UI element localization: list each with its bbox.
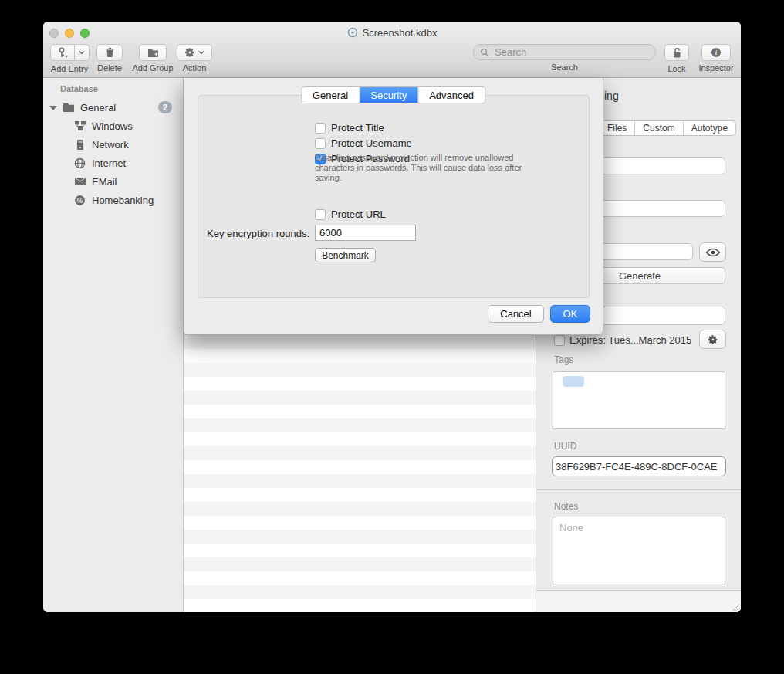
ok-button[interactable]: OK [550, 305, 590, 323]
add-entry-button[interactable] [50, 44, 75, 61]
disclosure-triangle-icon[interactable] [49, 106, 57, 110]
sidebar-item-general[interactable]: General [49, 101, 116, 114]
password-protection-warning: Disabling password protection will remov… [315, 153, 549, 183]
inspector-button[interactable]: i [701, 44, 731, 61]
protect-url-row: Protect URL [315, 208, 386, 220]
tab-general[interactable]: General [302, 87, 360, 103]
delete-label: Delete [93, 63, 127, 73]
protect-username-row: Protect Username [315, 137, 412, 149]
notes-placeholder: None [559, 522, 583, 533]
sidebar-item-windows[interactable]: Windows [74, 120, 133, 133]
tags-box[interactable] [553, 371, 725, 429]
envelope-icon [74, 176, 86, 188]
sidebar: Database General 2 Windows Network [43, 78, 183, 612]
add-entry-label: Add Entry [48, 64, 91, 73]
tab-advanced[interactable]: Advanced [418, 87, 485, 103]
window-title-area: Screenshot.kdbx [43, 22, 741, 43]
sidebar-item-email[interactable]: EMail [74, 175, 117, 188]
search-input[interactable] [493, 46, 649, 59]
expires-options-button[interactable] [699, 330, 726, 349]
window-title: Screenshot.kdbx [363, 27, 438, 39]
chevron-down-icon [198, 50, 204, 55]
percent-icon: % [74, 195, 86, 207]
inspector-toolitem: i Inspector [695, 44, 737, 73]
lock-toolitem: Lock [662, 44, 691, 73]
folder-plus-icon [147, 48, 159, 58]
notes-field[interactable]: None [553, 517, 725, 584]
sidebar-section-header: Database [60, 84, 98, 93]
titlebar[interactable]: Screenshot.kdbx [43, 22, 741, 43]
sidebar-item-label: Homebanking [92, 195, 154, 206]
tags-label: Tags [554, 354, 573, 365]
cancel-button[interactable]: Cancel [488, 305, 544, 323]
protect-username-checkbox[interactable] [315, 138, 326, 149]
lock-button[interactable] [664, 44, 689, 61]
delete-button[interactable] [96, 44, 123, 61]
delete-toolitem: Delete [93, 44, 127, 73]
trash-icon [105, 47, 115, 58]
action-button[interactable] [177, 44, 212, 61]
key-plus-icon [57, 47, 68, 59]
security-groupbox [198, 95, 590, 298]
uuid-field[interactable]: 38F629B7-FC4E-489C-8DCF-0CAE [552, 456, 726, 476]
search-toolitem: Search [473, 44, 656, 72]
entry-list-rows[interactable] [184, 335, 536, 612]
expires-row: Expires: Tues...March 2015 [554, 334, 691, 346]
info-circle-icon: i [711, 47, 721, 58]
expires-checkbox[interactable] [554, 335, 565, 346]
gear-icon [708, 334, 718, 345]
search-icon [480, 48, 489, 57]
section-divider [536, 489, 741, 490]
add-entry-toolitem: Add Entry [48, 44, 91, 73]
notes-label: Notes [554, 501, 578, 512]
add-group-toolitem: Add Group [128, 44, 177, 73]
app-window: Screenshot.kdbx Add Entry [43, 22, 741, 612]
svg-text:%: % [77, 196, 83, 204]
content-area: Database General 2 Windows Network [43, 78, 741, 612]
resize-grip[interactable] [732, 604, 740, 611]
sidebar-item-label: Internet [92, 157, 126, 169]
action-label: Action [176, 63, 213, 73]
protect-url-checkbox[interactable] [315, 209, 326, 220]
document-proxy-icon [347, 27, 358, 38]
tab-autotype[interactable]: Autotype [684, 121, 735, 135]
benchmark-button[interactable]: Benchmark [315, 248, 376, 262]
add-entry-dropdown-button[interactable] [75, 44, 90, 61]
tab-custom[interactable]: Custom [635, 121, 683, 135]
tab-files[interactable]: Files [600, 121, 635, 135]
show-password-button[interactable] [699, 242, 726, 262]
key-encryption-rounds-label: Key encryption rounds: [184, 228, 309, 239]
chevron-down-icon [79, 50, 85, 55]
search-field[interactable] [473, 44, 656, 60]
windows-icon [74, 120, 86, 133]
window-chrome: Screenshot.kdbx Add Entry [43, 22, 741, 78]
unlocked-padlock-icon [671, 47, 682, 59]
search-label: Search [473, 63, 656, 72]
entry-count-badge: 2 [158, 101, 172, 113]
inspector-footer [536, 591, 741, 612]
checkbox-label: Protect Username [331, 137, 412, 149]
checkbox-label: Protect Title [331, 122, 384, 134]
lock-label: Lock [662, 64, 691, 73]
add-group-button[interactable] [139, 44, 167, 61]
globe-icon [74, 157, 86, 170]
tag-pill[interactable] [563, 376, 584, 387]
uuid-label: UUID [554, 441, 576, 452]
protect-title-row: Protect Title [315, 122, 384, 134]
key-encryption-rounds-input[interactable] [315, 225, 416, 241]
server-icon [74, 139, 86, 151]
protect-title-checkbox[interactable] [315, 123, 326, 134]
inspector-label: Inspector [695, 63, 737, 73]
sidebar-item-internet[interactable]: Internet [74, 157, 126, 170]
action-toolitem: Action [176, 44, 213, 73]
expires-label: Expires: Tues...March 2015 [569, 334, 691, 346]
database-settings-sheet: General Security Advanced Protect Title … [183, 78, 603, 335]
tab-security[interactable]: Security [360, 87, 418, 103]
sidebar-item-label: Network [92, 139, 129, 151]
add-group-label: Add Group [128, 63, 177, 73]
sidebar-item-label: Windows [92, 120, 133, 132]
sidebar-item-network[interactable]: Network [74, 138, 129, 151]
folder-icon [63, 102, 75, 114]
checkbox-label: Protect URL [331, 208, 386, 220]
sidebar-item-homebanking[interactable]: % Homebanking [74, 194, 154, 207]
